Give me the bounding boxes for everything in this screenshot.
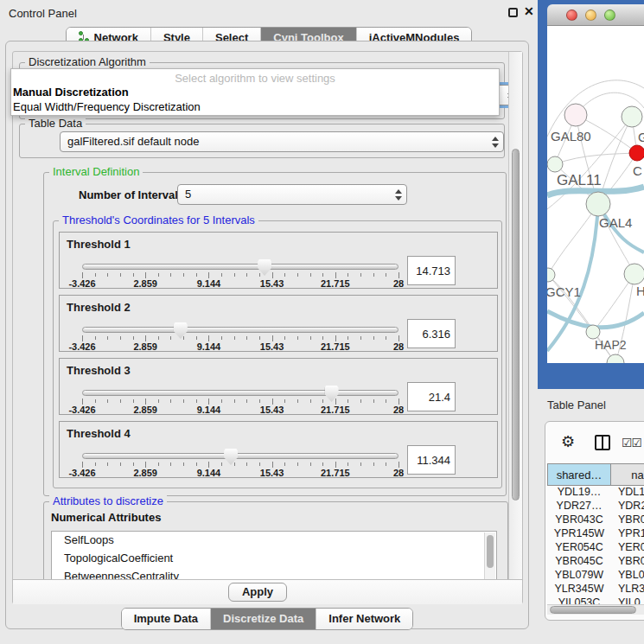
network-graph[interactable]: GAL80GACGAL11GAL4GCY1HHAP2 [547, 26, 644, 363]
control-panel-scrollbar[interactable] [508, 52, 522, 579]
number-of-intervals-combobox[interactable]: 5 [177, 184, 407, 205]
scrollbar-thumb[interactable] [550, 606, 636, 614]
split-columns-icon[interactable] [595, 435, 610, 450]
tick-mark [95, 462, 96, 466]
network-node[interactable] [586, 325, 600, 339]
tick-mark [234, 399, 235, 403]
table-row[interactable]: YBR043CYBR0 [547, 513, 644, 527]
table-panel-title: Table Panel [547, 399, 606, 411]
network-edge-highlight[interactable] [547, 311, 644, 328]
tick-mark [170, 336, 171, 340]
tick-mark [373, 273, 374, 277]
table-row[interactable]: YIL053CYIL0 [547, 596, 644, 604]
table-row[interactable]: YBR045CYBR0 [547, 555, 644, 569]
network-node[interactable] [624, 264, 644, 284]
column-header-shared-name[interactable]: shared… [547, 463, 611, 486]
tab-infer-network[interactable]: Infer Network [316, 609, 412, 629]
close-icon[interactable]: ✕ [524, 4, 534, 18]
tick-mark [158, 399, 159, 403]
tick-mark [297, 336, 298, 340]
tick-mark [259, 273, 260, 277]
tick-mark [107, 336, 108, 340]
tick-label: 15.43 [260, 468, 284, 478]
table-row[interactable]: YDL19…YDL1 [547, 486, 644, 500]
tick-mark [386, 273, 386, 277]
table-data-group: Table Data galFiltered.sif default node [19, 124, 505, 158]
tick-label: 9.144 [197, 405, 221, 415]
tick-mark [335, 399, 336, 405]
tick-label: 21.715 [321, 341, 350, 352]
threshold-slider[interactable] [82, 453, 399, 459]
threshold-slider[interactable] [82, 264, 399, 270]
network-node-label: HAP2 [595, 338, 627, 352]
network-edge[interactable] [555, 153, 637, 164]
close-traffic-light-icon[interactable] [566, 10, 577, 21]
apply-button[interactable]: Apply [228, 583, 287, 602]
threshold-value-field[interactable]: 11.344 [407, 445, 456, 475]
tick-mark [196, 399, 197, 403]
tick-mark [322, 336, 323, 340]
list-item[interactable]: BetweennessCentrality [52, 568, 496, 579]
threshold-value-field[interactable]: 21.4 [407, 382, 456, 411]
threshold-value-field[interactable]: 6.316 [407, 319, 456, 348]
tick-mark [133, 399, 134, 403]
tick-mark [373, 336, 374, 340]
tick-mark [284, 399, 285, 403]
network-node[interactable] [564, 104, 587, 126]
tab-discretize-data[interactable]: Discretize Data [211, 609, 316, 629]
tick-mark [183, 273, 184, 277]
menu-item-equal-width-frequency[interactable]: Equal Width/Frequency Discretization [13, 100, 201, 113]
table-row[interactable]: YLR345WYLR3 [547, 583, 644, 596]
tick-mark [348, 336, 348, 340]
tick-mark [95, 336, 96, 340]
network-node-label: GA [638, 130, 644, 144]
scrollbar-thumb[interactable] [512, 149, 520, 501]
table-row[interactable]: YER054CYER0 [547, 541, 644, 555]
network-node[interactable] [629, 145, 644, 161]
network-node[interactable] [607, 354, 624, 363]
tick-label: 2.859 [133, 468, 157, 478]
tick-mark [170, 462, 171, 466]
gear-icon[interactable]: ⚙ [561, 434, 575, 450]
zoom-traffic-light-icon[interactable] [604, 10, 615, 21]
column-header-name[interactable]: name [611, 463, 644, 486]
table-hscrollbar[interactable] [547, 604, 644, 615]
network-node[interactable] [622, 106, 642, 127]
menu-item-manual-discretization[interactable]: Manual Discretization [13, 86, 129, 99]
checkbox-filter-icons[interactable]: ☑☑ [622, 436, 641, 450]
network-node[interactable] [547, 156, 563, 172]
tick-mark [360, 273, 361, 277]
node-table-body[interactable]: YDL19…YDL1YDR27…YDR2YBR043CYBR0YPR145WYP… [547, 486, 644, 604]
list-item[interactable]: SelfLoops [52, 532, 496, 550]
float-window-icon[interactable] [508, 8, 518, 17]
network-node-label: C [633, 163, 642, 178]
network-node[interactable] [586, 192, 610, 216]
network-node[interactable] [547, 268, 555, 282]
tick-mark [246, 399, 247, 403]
tick-mark [246, 273, 247, 277]
tick-label: -3.426 [68, 278, 95, 289]
threshold-value-field[interactable]: 14.713 [407, 256, 456, 285]
tick-mark [386, 399, 386, 403]
table-row[interactable]: YDR27…YDR2 [547, 500, 644, 513]
list-item[interactable]: TopologicalCoefficient [52, 550, 496, 568]
threshold-label: Threshold 3 [67, 364, 131, 377]
network-canvas[interactable]: GAL80GACGAL11GAL4GCY1HHAP2 [547, 26, 644, 363]
table-row[interactable]: YPR145WYPR1 [547, 527, 644, 541]
tick-label: 21.715 [321, 468, 350, 478]
minimize-traffic-light-icon[interactable] [585, 10, 596, 21]
list-scrollbar[interactable] [484, 532, 495, 579]
numerical-attributes-list[interactable]: SelfLoops TopologicalCoefficient Between… [51, 531, 497, 579]
tick-mark [348, 399, 348, 403]
threshold-slider[interactable] [82, 390, 399, 396]
tick-mark [82, 462, 83, 468]
tick-mark [272, 462, 273, 468]
tick-mark [196, 462, 197, 466]
table-data-combobox[interactable]: galFiltered.sif default node [60, 131, 504, 152]
combo-stepper-icon [491, 136, 499, 149]
tab-impute-data[interactable]: Impute Data [122, 609, 211, 629]
table-row[interactable]: YBL079WYBL0 [547, 569, 644, 583]
tick-mark [82, 335, 83, 341]
threshold-slider[interactable] [82, 327, 399, 333]
control-panel-titlebar: Control Panel ✕ [0, 0, 538, 26]
